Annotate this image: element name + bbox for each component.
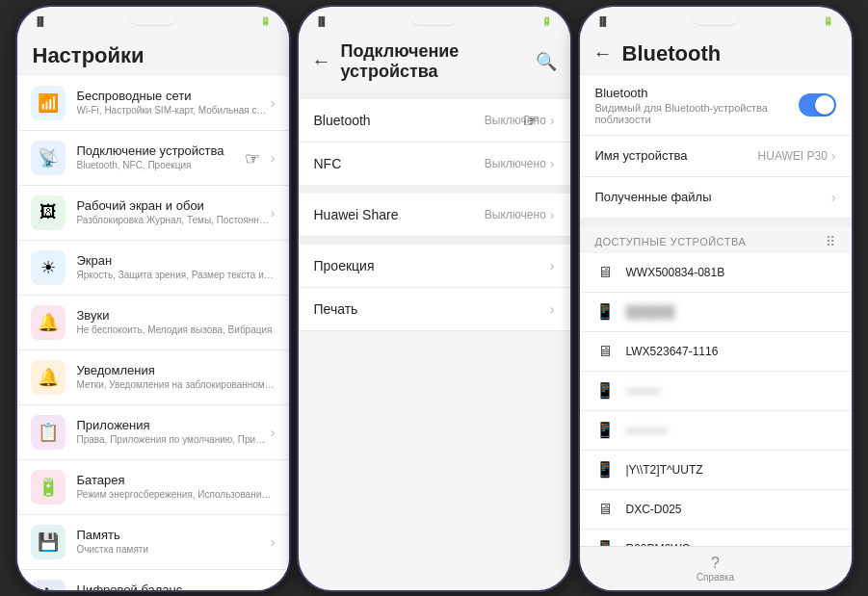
bt-device-name-right: HUAWEI P30 ›: [758, 148, 836, 164]
device-name: Подключение устройства: [77, 143, 271, 159]
bluetooth-arrow: ›: [550, 113, 555, 128]
status-bar-2: ▐▌ 1:08:08 🔋: [299, 7, 570, 32]
device-item-bluetooth[interactable]: Bluetooth Выключено › ☞: [299, 99, 570, 143]
sep-3: [299, 237, 570, 245]
projection-text: Проекция: [314, 258, 550, 273]
memory-text: Память Очистка памяти: [77, 528, 271, 557]
notif-icon: 🔔: [31, 360, 66, 395]
device-item-nfc[interactable]: NFC Выключено ›: [299, 143, 570, 186]
device-item-huawei-share[interactable]: Huawei Share Выключено ›: [299, 194, 570, 237]
desktop-icon: 🖼: [31, 195, 66, 230]
huawei-share-text: Huawei Share: [314, 207, 485, 222]
sound-icon: 🔔: [31, 305, 66, 340]
notif-text: Уведомления Метки, Уведомления на заблок…: [77, 363, 276, 392]
bt-toggle-labels: Bluetooth Видимый для Bluetooth-устройст…: [595, 86, 799, 125]
bt-device-8[interactable]: 📱 R90PM6WC: [580, 530, 852, 546]
settings-item-screen[interactable]: ☀ Экран Яркость, Защита зрения, Размер т…: [17, 241, 289, 296]
wifi-icon: 📶: [31, 86, 66, 120]
search-button-2[interactable]: 🔍: [536, 51, 557, 72]
bt-received-files-row[interactable]: Полученные файлы ›: [580, 177, 852, 219]
apps-arrow: ›: [271, 425, 276, 440]
bt-device-icon-6: 📱: [595, 460, 615, 479]
battery-desc: Режим энергосбережения, Использование ба…: [77, 488, 276, 501]
bt-device-2[interactable]: 📱 ██████: [580, 293, 852, 332]
signal-3: ▐▌: [597, 16, 610, 26]
sound-text: Звуки Не беспокоить, Мелодия вызова, Виб…: [77, 308, 276, 337]
back-button-2[interactable]: ←: [312, 50, 331, 72]
bt-sep: [580, 219, 852, 226]
icons-2: 🔋: [541, 16, 552, 26]
phone-device-connection: ▐▌ 1:08:08 🔋 ← Подключение устройства 🔍 …: [297, 5, 572, 592]
bt-device-name-3: LWX523647-1116: [626, 345, 719, 358]
help-icon: ?: [711, 555, 720, 572]
device-desc: Bluetooth, NFC, Проекция: [77, 159, 271, 171]
settings-item-sound[interactable]: 🔔 Звуки Не беспокоить, Мелодия вызова, В…: [17, 296, 289, 350]
bt-device-3[interactable]: 🖥 LWX523647-1116: [580, 332, 852, 372]
bt-device-name-1: WWX500834-081B: [626, 266, 725, 279]
settings-item-device[interactable]: 📡 Подключение устройства Bluetooth, NFC,…: [17, 131, 289, 186]
bluetooth-screen: ← Bluetooth Bluetooth Видимый для Blueto…: [580, 32, 852, 590]
help-footer: ? Справка: [580, 546, 852, 590]
bluetooth-text: Bluetooth: [314, 113, 485, 128]
wifi-arrow: ›: [271, 95, 276, 111]
screen-text: Экран Яркость, Защита зрения, Размер тек…: [77, 253, 276, 282]
bt-device-4[interactable]: 📱 ●●●●●: [580, 372, 852, 411]
settings-item-memory[interactable]: 💾 Память Очистка памяти ›: [17, 515, 289, 570]
bt-device-name-value: HUAWEI P30: [758, 149, 828, 163]
back-button-3[interactable]: ←: [593, 42, 613, 65]
icons-3: 🔋: [823, 16, 833, 26]
nfc-name: NFC: [314, 156, 485, 171]
device-item-print[interactable]: Печать ›: [299, 288, 570, 331]
nfc-status: Выключено: [485, 157, 546, 170]
apps-icon: 📋: [31, 415, 66, 450]
bt-toggle-row: Bluetooth Видимый для Bluetooth-устройст…: [595, 86, 836, 125]
bt-device-name-row[interactable]: Имя устройства HUAWEI P30 ›: [580, 136, 852, 177]
notch-3: [689, 7, 742, 26]
digital-text: Цифровой баланс Управление временем дост…: [77, 583, 276, 590]
apps-desc: Права, Приложения по умолчанию, Приложен…: [77, 433, 271, 446]
wifi-desc: Wi-Fi, Настройки SIM-карт, Мобильная сет…: [77, 104, 271, 117]
settings-list: 📶 Беспроводные сети Wi-Fi, Настройки SIM…: [17, 76, 289, 590]
bluetooth-toggle[interactable]: [799, 93, 836, 117]
settings-item-notif[interactable]: 🔔 Уведомления Метки, Уведомления на забл…: [17, 350, 289, 405]
notif-name: Уведомления: [77, 363, 276, 378]
loading-indicator: ⠿: [826, 234, 836, 249]
settings-item-apps[interactable]: 📋 Приложения Права, Приложения по умолча…: [17, 405, 289, 460]
huawei-share-arrow: ›: [550, 207, 555, 222]
bt-device-icon-8: 📱: [595, 539, 615, 546]
bt-device-name-5: ●●●●●●: [626, 424, 669, 437]
bt-device-7[interactable]: 🖥 DXC-D025: [580, 490, 852, 530]
bt-device-5[interactable]: 📱 ●●●●●●: [580, 411, 852, 451]
bt-device-6[interactable]: 📱 |Y\\T2]T^UUTZ: [580, 451, 852, 490]
sep-1: [299, 91, 570, 99]
settings-item-battery[interactable]: 🔋 Батарея Режим энергосбережения, Исполь…: [17, 460, 289, 515]
memory-arrow: ›: [271, 534, 276, 550]
memory-icon: 💾: [31, 525, 66, 559]
device-item-projection[interactable]: Проекция ›: [299, 245, 570, 288]
bluetooth-name: Bluetooth: [314, 113, 485, 128]
bt-device-icon-3: 🖥: [595, 342, 615, 361]
notch-1: [126, 7, 179, 26]
bt-toggle-section: Bluetooth Видимый для Bluetooth-устройст…: [580, 76, 852, 136]
apps-name: Приложения: [77, 418, 271, 433]
settings-item-digital[interactable]: ⏱ Цифровой баланс Управление временем до…: [17, 570, 289, 590]
status-bar-1: ▐▌ 1:08:08 🔋: [17, 7, 289, 32]
bt-device-name-6: |Y\\T2]T^UUTZ: [626, 463, 703, 477]
bt-device-name-4: ●●●●●: [626, 384, 661, 398]
memory-name: Память: [77, 528, 271, 543]
settings-item-wifi[interactable]: 📶 Беспроводные сети Wi-Fi, Настройки SIM…: [17, 76, 289, 131]
settings-screen: Настройки 📶 Беспроводные сети Wi-Fi, Нас…: [17, 32, 289, 590]
device-text: Подключение устройства Bluetooth, NFC, П…: [77, 143, 271, 172]
print-name: Печать: [314, 301, 550, 317]
settings-item-desktop[interactable]: 🖼 Рабочий экран и обои Разблокировка Жур…: [17, 186, 289, 241]
device-arrow: ›: [271, 150, 276, 166]
digital-icon: ⏱: [31, 580, 66, 590]
screen-name: Экран: [77, 253, 276, 269]
sep-2: [299, 186, 570, 194]
bt-content: Bluetooth Видимый для Bluetooth-устройст…: [580, 76, 852, 546]
battery-name: Батарея: [77, 473, 276, 488]
huawei-share-name: Huawei Share: [314, 207, 485, 222]
bt-received-files-label: Полученные файлы: [595, 190, 712, 204]
bt-device-1[interactable]: 🖥 WWX500834-081B: [580, 253, 852, 293]
phone-bluetooth: ▐▌ 1:08:08 🔋 ← Bluetooth Bluetooth Видим…: [578, 5, 854, 592]
